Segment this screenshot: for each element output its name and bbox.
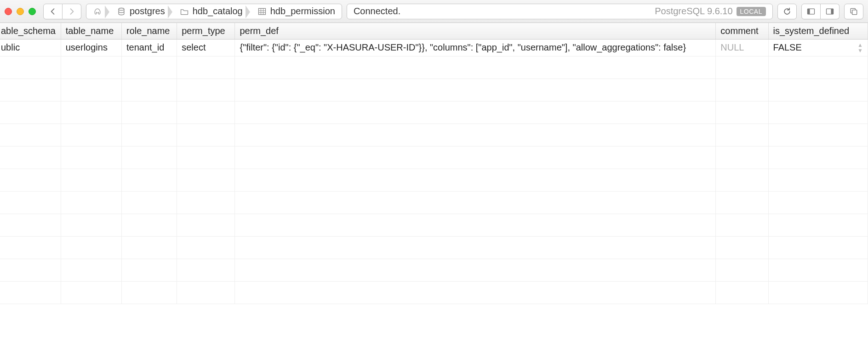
table-row[interactable] [0,282,868,304]
table-row[interactable] [0,124,868,147]
cell-table-schema[interactable]: ublic [0,40,61,56]
cell-perm-def[interactable]: {"filter": {"id": {"_eq": "X-HASURA-USER… [235,40,716,56]
col-header-perm-type[interactable]: perm_type [177,23,235,40]
status-text: Connected. [354,6,400,17]
col-header-comment[interactable]: comment [716,23,768,40]
elephant-icon [93,7,102,16]
zoom-window-button[interactable] [29,8,36,15]
results-table: able_schema table_name role_name perm_ty… [0,23,868,304]
window-controls [5,8,39,15]
windows-icon [849,7,858,16]
cell-table-name[interactable]: userlogins [61,40,121,56]
cell-comment[interactable]: NULL [716,40,768,56]
nav-buttons [43,4,81,19]
table-icon [257,7,267,16]
forward-button[interactable] [63,4,81,19]
cell-perm-type[interactable]: select [177,40,235,56]
table-row[interactable] [0,169,868,192]
breadcrumb-database-label: postgres [130,6,165,17]
col-header-table-name[interactable]: table_name [61,23,121,40]
right-panel-toggle[interactable] [821,4,839,19]
breadcrumb-schema-label: hdb_catalog [193,6,243,17]
col-header-role-name[interactable]: role_name [121,23,177,40]
status-bar: Connected. PostgreSQL 9.6.10 LOCAL [347,4,773,19]
left-panel-toggle[interactable] [801,4,821,19]
right-panel-icon [825,7,834,16]
left-panel-icon [806,7,816,16]
table-row[interactable] [0,259,868,282]
breadcrumb-database[interactable]: postgres [108,4,171,19]
table-row[interactable]: ublic userlogins tenant_id select {"filt… [0,40,868,56]
db-version: PostgreSQL 9.6.10 [655,6,732,17]
col-header-perm-def[interactable]: perm_def [235,23,716,40]
minimize-window-button[interactable] [17,8,24,15]
header-row: able_schema table_name role_name perm_ty… [0,23,868,40]
table-row[interactable] [0,56,868,79]
breadcrumb-table[interactable]: hdb_permission [249,4,342,19]
results-grid[interactable]: able_schema table_name role_name perm_ty… [0,23,868,339]
connection-badge: LOCAL [737,7,766,16]
table-row[interactable] [0,79,868,102]
back-button[interactable] [43,4,63,19]
cell-is-system-defined-value: FALSE [773,42,802,52]
chevron-left-icon [48,7,57,16]
refresh-button[interactable] [777,4,797,19]
table-row[interactable] [0,147,868,169]
breadcrumb-schema[interactable]: hdb_catalog [171,4,249,19]
cell-is-system-defined[interactable]: FALSE ▲▼ [768,40,868,56]
status-right: PostgreSQL 9.6.10 LOCAL [655,6,766,17]
svg-rect-5 [831,9,834,14]
table-row[interactable] [0,237,868,259]
panel-toggle-group [801,4,839,19]
svg-rect-3 [808,9,810,14]
close-window-button[interactable] [5,8,12,15]
table-row[interactable] [0,214,868,237]
svg-point-0 [119,8,124,10]
svg-rect-1 [258,8,265,14]
stepper-icon[interactable]: ▲▼ [857,42,863,53]
table-row[interactable] [0,102,868,124]
refresh-icon [782,7,792,16]
database-icon [117,7,126,16]
col-header-is-system-defined[interactable]: is_system_defined [768,23,868,40]
cell-role-name[interactable]: tenant_id [121,40,177,56]
svg-rect-7 [852,10,857,14]
table-row[interactable] [0,192,868,214]
breadcrumb: postgres hdb_catalog hdb_permission [86,4,342,19]
col-header-table-schema[interactable]: able_schema [0,23,61,40]
windows-button[interactable] [844,4,863,19]
folder-icon [180,7,189,16]
chevron-right-icon [67,7,76,16]
toolbar: postgres hdb_catalog hdb_permission Conn… [0,0,868,23]
breadcrumb-table-label: hdb_permission [270,6,335,17]
